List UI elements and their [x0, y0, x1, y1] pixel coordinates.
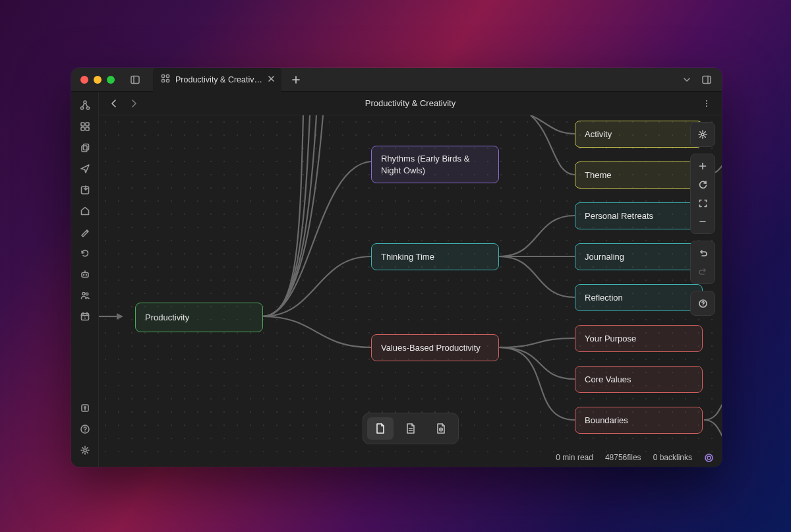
close-tab-button[interactable]	[268, 75, 275, 84]
node-reflection[interactable]: Reflection	[575, 284, 703, 311]
svg-rect-3	[167, 75, 169, 78]
node-theme[interactable]: Theme	[575, 162, 703, 189]
tab-active[interactable]: Productivity & Creativ…	[153, 68, 281, 92]
view-blank-button[interactable]	[367, 417, 394, 440]
node-label: Boundaries	[585, 415, 628, 427]
svg-rect-5	[167, 80, 169, 82]
rail-people-button[interactable]	[75, 285, 95, 305]
file-media-icon	[434, 422, 448, 435]
zoom-in-button[interactable]	[693, 157, 712, 175]
rail-import-button[interactable]	[75, 180, 95, 200]
node-label: Reflection	[585, 292, 623, 304]
node-label: Core Values	[585, 374, 631, 386]
status-file-count: 48756files	[605, 453, 641, 462]
rail-grid-button[interactable]	[75, 117, 95, 136]
page-more-button[interactable]	[698, 95, 715, 112]
help-icon	[698, 299, 708, 309]
node-label: Productivity	[145, 312, 189, 324]
undo-button[interactable]	[693, 244, 712, 262]
node-label: Rhythms (Early Birds & Night Owls)	[381, 153, 489, 176]
node-your-purpose[interactable]: Your Purpose	[575, 325, 703, 352]
status-read-time: 0 min read	[556, 453, 593, 462]
node-values-based[interactable]: Values-Based Productivity	[371, 334, 499, 361]
rail-key-button[interactable]	[75, 398, 95, 418]
svg-rect-25	[82, 273, 88, 278]
minus-icon	[698, 217, 707, 226]
svg-text:1: 1	[84, 316, 86, 320]
zoom-out-button[interactable]	[693, 212, 712, 231]
fit-screen-button[interactable]	[693, 194, 712, 212]
content-area: Productivity & Creativity	[99, 92, 722, 467]
tool-settings-button[interactable]	[693, 125, 712, 144]
node-productivity[interactable]: Productivity	[135, 303, 263, 332]
redo-button[interactable]	[693, 262, 712, 281]
rail-send-button[interactable]	[75, 159, 95, 179]
view-switcher	[363, 413, 459, 444]
node-rhythms[interactable]: Rhythms (Early Birds & Night Owls)	[371, 146, 499, 183]
svg-rect-17	[81, 123, 84, 126]
tab-overflow-button[interactable]	[678, 71, 695, 88]
svg-line-16	[86, 103, 88, 107]
plus-icon	[698, 162, 707, 171]
svg-point-51	[702, 305, 703, 306]
rail-calendar-button[interactable]: 1	[75, 307, 95, 326]
node-label: Thinking Time	[381, 251, 434, 263]
close-window-button[interactable]	[80, 76, 88, 84]
dots-vertical-icon	[702, 99, 711, 108]
node-personal-retreats[interactable]: Personal Retreats	[575, 202, 703, 229]
node-thinking-time[interactable]: Thinking Time	[371, 243, 499, 270]
redo-icon	[698, 267, 708, 277]
undo-icon	[698, 249, 708, 258]
window-controls	[71, 76, 124, 84]
svg-point-40	[84, 431, 85, 432]
svg-rect-10	[703, 76, 711, 83]
rail-draw-button[interactable]	[75, 222, 95, 242]
node-label: Theme	[585, 169, 611, 181]
main-row: 1 Productivity & Creativity	[71, 92, 722, 467]
svg-rect-23	[81, 187, 88, 194]
page-title: Productivity & Creativity	[365, 98, 455, 108]
tab-label: Productivity & Creativ…	[175, 75, 262, 84]
rail-home-button[interactable]	[75, 201, 95, 221]
minimize-window-button[interactable]	[94, 76, 102, 84]
rail-graph-button[interactable]	[75, 96, 95, 115]
toggle-left-sidebar-button[interactable]	[127, 71, 144, 88]
svg-rect-21	[82, 146, 87, 152]
mindmap-canvas[interactable]: Productivity Rhythms (Early Birds & Nigh…	[99, 115, 722, 467]
rail-refresh-button[interactable]	[75, 243, 95, 263]
node-boundaries[interactable]: Boundaries	[575, 407, 703, 434]
maximize-window-button[interactable]	[107, 76, 115, 84]
page-toolbar: Productivity & Creativity	[99, 92, 722, 115]
arrow-left-icon	[109, 99, 119, 108]
nav-back-button[interactable]	[105, 95, 123, 112]
nav-forward-button[interactable]	[125, 95, 142, 112]
svg-rect-18	[86, 123, 89, 126]
refresh-icon	[698, 180, 708, 190]
refresh-layout-button[interactable]	[693, 175, 712, 194]
canvas-help-button[interactable]	[693, 294, 712, 312]
left-rail: 1	[71, 92, 99, 467]
svg-point-44	[706, 105, 707, 106]
node-core-values[interactable]: Core Values	[575, 366, 703, 393]
node-activity[interactable]: Activity	[575, 121, 703, 148]
sync-status-button[interactable]	[704, 453, 714, 463]
toggle-right-sidebar-button[interactable]	[698, 71, 715, 88]
svg-point-43	[706, 102, 707, 103]
svg-point-30	[86, 293, 88, 295]
new-tab-button[interactable]	[287, 71, 305, 89]
rail-copy-button[interactable]	[75, 138, 95, 158]
view-media-button[interactable]	[428, 417, 454, 440]
svg-point-55	[440, 429, 442, 430]
rail-help-button[interactable]	[75, 419, 95, 439]
svg-rect-20	[86, 127, 89, 131]
svg-point-41	[84, 449, 86, 452]
file-text-icon	[404, 422, 417, 435]
rail-bot-button[interactable]	[75, 264, 95, 284]
canvas-tool-rail	[690, 122, 715, 316]
node-label: Values-Based Productivity	[381, 342, 481, 354]
svg-point-56	[705, 454, 713, 461]
node-journaling[interactable]: Journaling	[575, 243, 703, 270]
rail-settings-button[interactable]	[75, 440, 95, 460]
view-document-button[interactable]	[397, 417, 424, 440]
svg-point-26	[83, 275, 84, 276]
